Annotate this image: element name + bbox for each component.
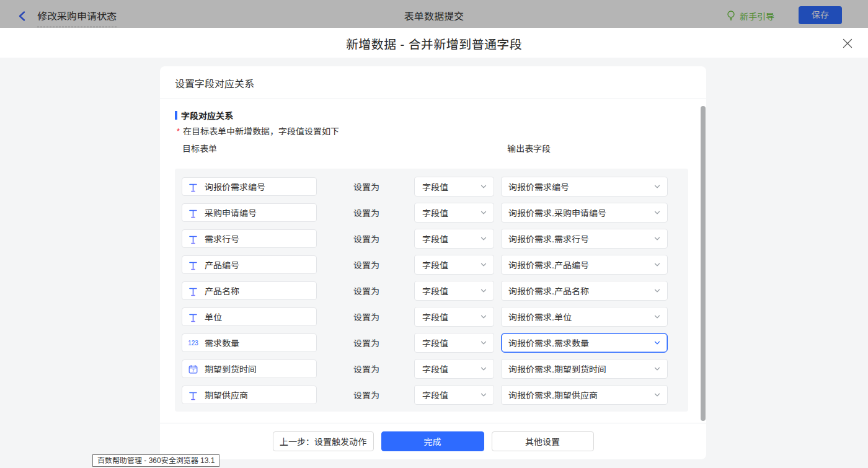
svg-text:7: 7 [192,368,194,373]
